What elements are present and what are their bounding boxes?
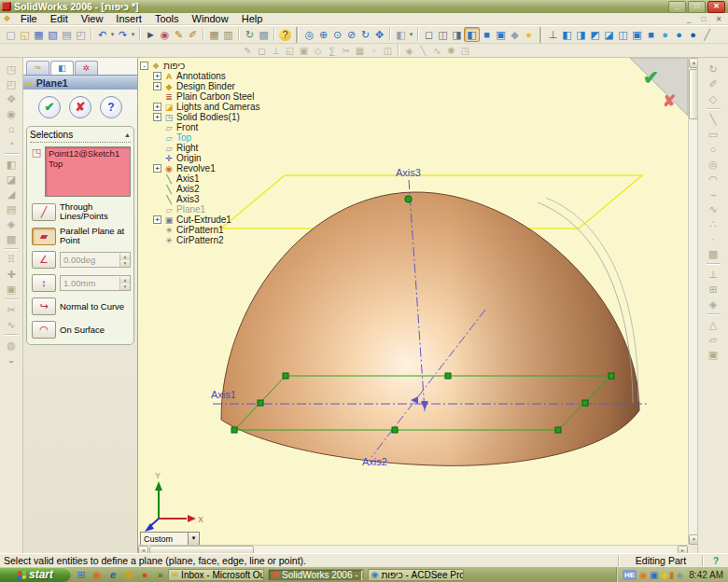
toolbar-icon[interactable]: ◪ — [4, 172, 20, 187]
help-button[interactable]: ? — [100, 96, 122, 118]
apex-point[interactable] — [405, 196, 412, 202]
toolbar-icon[interactable]: ◢ — [4, 187, 20, 201]
toolbar-icon[interactable]: ▾ — [408, 27, 414, 42]
tree-item[interactable]: + A Annotations — [153, 71, 299, 81]
toolbar-icon[interactable]: ✐ — [706, 76, 721, 91]
toolbar-icon[interactable]: ► — [144, 27, 158, 42]
toolbar-icon[interactable]: ↻ — [706, 62, 721, 76]
tree-expander[interactable]: + — [153, 103, 161, 111]
toolbar-icon[interactable] — [707, 263, 721, 265]
toolbar-icon[interactable]: ◧ — [560, 27, 574, 42]
task-button[interactable]: ✉ Inbox - Microsoft Out... — [168, 569, 264, 581]
tree-item[interactable]: + ◳ Solid Bodies(1) — [153, 112, 299, 122]
toolbar-icon[interactable]: ■ — [644, 27, 658, 42]
tree-item[interactable]: + ◉ Revolve1 — [153, 163, 299, 173]
toolbar-icon[interactable]: ◩ — [588, 27, 602, 42]
toolbar-icon[interactable]: ● — [686, 27, 700, 42]
tray-icon[interactable]: ▣ — [650, 570, 658, 580]
toolbar-icon[interactable]: ● — [672, 27, 686, 42]
toolbar-icon[interactable] — [296, 27, 299, 43]
tree-item[interactable]: ╲ Axis3 — [153, 194, 299, 204]
toolbar-icon[interactable]: ▩ — [257, 27, 271, 42]
toolbar-icon[interactable]: ✎ — [241, 45, 255, 57]
toolbar-icon[interactable]: ↶ — [95, 27, 109, 42]
toolbar-icon[interactable]: ● — [522, 27, 536, 42]
minimize-button[interactable]: _ — [668, 1, 686, 13]
toolbar-icon[interactable] — [398, 44, 399, 57]
menu-item[interactable]: Insert — [109, 13, 148, 25]
distance-input[interactable]: 1.00mm ▲▼ — [60, 275, 131, 291]
toolbar-icon[interactable]: ● — [658, 27, 672, 42]
toolbar-icon[interactable]: ◧ — [464, 27, 480, 42]
toolbar-icon[interactable]: ◆ — [508, 27, 522, 42]
toolbar-icon[interactable]: ✚ — [4, 267, 20, 282]
toolbar-icon[interactable]: ◰ — [4, 76, 20, 91]
toolbar-icon[interactable]: ◰ — [74, 27, 88, 42]
toolbar-icon[interactable]: ▣ — [297, 45, 311, 57]
toolbar-icon[interactable]: ╲ — [706, 112, 721, 127]
toolbar-icon[interactable]: ✂ — [339, 45, 353, 57]
tree-expander[interactable]: + — [153, 164, 161, 173]
toolbar-icon[interactable]: ◻ — [255, 45, 269, 57]
panel-tab[interactable]: ◧ — [50, 61, 74, 75]
toolbar-icon[interactable]: ▭ — [706, 127, 721, 142]
panel-tab[interactable]: ✑ — [26, 61, 49, 75]
toolbar-icon[interactable]: ■ — [480, 27, 494, 42]
quick-launch-icon[interactable]: ◉ — [91, 569, 104, 581]
angle-spinner[interactable]: ▲▼ — [119, 254, 130, 267]
toolbar-icon[interactable]: ⌂ — [4, 121, 20, 136]
toolbar-icon[interactable] — [238, 28, 240, 41]
toolbar-icon[interactable]: ✂ — [4, 302, 20, 317]
tree-item[interactable]: ▱ Plane1 — [153, 204, 299, 215]
toolbar-icon[interactable]: ✥ — [372, 27, 386, 42]
task-button[interactable]: ◉ כיפות - ACDSee Pro... — [368, 569, 464, 581]
toolbar-icon[interactable] — [5, 248, 19, 250]
toolbar-icon[interactable]: ▧ — [46, 27, 60, 42]
tree-item[interactable]: + ◪ Lights and Cameras — [153, 102, 299, 112]
toolbar-icon[interactable]: ◈ — [402, 45, 416, 57]
task-button[interactable]: ▣ SolidWorks 2006 - [כ... — [268, 569, 364, 581]
toolbar-icon[interactable] — [389, 28, 391, 41]
tree-expander[interactable]: + — [153, 215, 161, 224]
tree-expander[interactable]: - — [140, 62, 148, 70]
angle-input[interactable]: 0.00deg ▲▼ — [60, 252, 131, 268]
toolbar-icon[interactable]: ▣ — [4, 282, 20, 297]
mdi-minimize-button[interactable]: _ — [683, 15, 694, 23]
tree-item[interactable]: ✳ CirPattern2 — [153, 235, 299, 245]
toolbar-icon[interactable]: ◍ — [4, 338, 20, 353]
toolbar-icon[interactable]: ⊥ — [269, 45, 283, 57]
toolbar-icon[interactable] — [707, 108, 721, 110]
toolbar-icon[interactable] — [273, 28, 275, 41]
tree-item[interactable]: ╲ Axis1 — [153, 173, 299, 184]
selection-listbox[interactable]: Point12@Sketch1 Top — [45, 146, 131, 197]
toolbar-icon[interactable]: ▾ — [130, 27, 136, 42]
toolbar-icon[interactable]: ▩ — [706, 246, 721, 261]
toolbar-icon[interactable]: ⊙ — [330, 27, 344, 42]
tray-icon[interactable]: ◉ — [639, 570, 648, 580]
toolbar-icon[interactable]: ✱ — [444, 45, 458, 57]
toolbar-icon[interactable] — [417, 28, 419, 41]
toolbar-icon[interactable]: ⌣ — [706, 187, 721, 201]
toolbar-icon[interactable]: ▦ — [32, 27, 46, 42]
toolbar-icon[interactable]: ▣ — [494, 27, 508, 42]
toolbar-icon[interactable]: ◨ — [450, 27, 464, 42]
toolbar-icon[interactable]: ◫ — [436, 27, 450, 42]
toolbar-icon[interactable] — [91, 28, 92, 41]
toolbar-icon[interactable]: ◫ — [616, 27, 630, 42]
toolbar-icon[interactable]: ∿ — [706, 201, 721, 216]
toolbar-icon[interactable]: ⊥ — [546, 27, 560, 42]
tree-expander[interactable]: + — [153, 72, 161, 80]
angle-icon[interactable]: ∠ — [32, 251, 56, 269]
distance-icon[interactable]: ↕ — [32, 274, 56, 292]
quick-launch-icon[interactable]: ● — [138, 569, 151, 580]
quick-launch-chevron-icon[interactable]: » — [155, 570, 166, 580]
toolbar-icon[interactable]: ↷ — [116, 27, 130, 42]
ok-button[interactable]: ✔ — [38, 96, 61, 118]
toolbar-icon[interactable]: ◉ — [158, 27, 172, 42]
toolbar-icon[interactable]: ▦ — [353, 45, 367, 57]
selection-item[interactable]: Point12@Sketch1 — [49, 148, 127, 159]
menu-item[interactable]: File — [14, 13, 44, 25]
toolbar-icon[interactable]: ◠ — [706, 172, 721, 187]
toolbar-icon[interactable]: ▣ — [706, 347, 721, 362]
toolbar-icon[interactable]: ◨ — [574, 27, 588, 42]
